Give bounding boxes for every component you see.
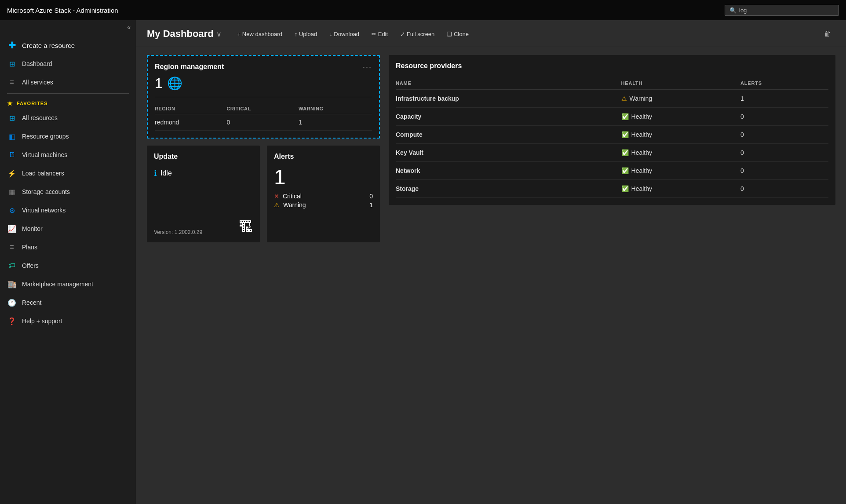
virtual-machines-icon: 🖥 [7,150,17,160]
region-count-row: 1 🌐 [155,75,372,97]
alerts-col-header: ALERTS [740,77,828,90]
globe-icon: 🌐 [167,76,182,91]
warning-value: 1 [299,114,372,131]
warning-icon: ⚠ [274,201,280,208]
clone-button[interactable]: ❏ Clone [441,28,474,40]
provider-alerts: 0 [740,180,828,198]
region-table: REGION CRITICAL WARNING redmond 0 1 [155,103,372,131]
dashboard-title: My Dashboard [147,28,214,40]
region-management-tile: Region management ··· 1 🌐 REGION CRITICA… [147,55,380,139]
download-button[interactable]: ↓ Download [324,28,365,40]
health-icon: ✅ [621,149,629,156]
search-bar[interactable]: 🔍 [725,5,839,16]
provider-health: ✅Healthy [621,144,741,162]
tile-header: Region management ··· [155,63,372,71]
sidebar-item-recent[interactable]: 🕐 Recent [0,293,136,312]
edit-button[interactable]: ✏ Edit [366,28,393,40]
critical-icon: ✕ [274,193,279,200]
dashboard-actions: + New dashboard ↑ Upload ↓ Download ✏ Ed… [232,27,835,40]
sidebar-label-virtual-machines: Virtual machines [22,151,67,158]
sidebar-label-dashboard: Dashboard [22,60,52,67]
sidebar-item-dashboard[interactable]: ⊞ Dashboard [0,55,136,73]
table-row[interactable]: Storage✅Healthy0 [396,180,828,198]
table-row[interactable]: Compute✅Healthy0 [396,126,828,144]
sidebar: « ✚ Create a resource ⊞ Dashboard ≡ All … [0,20,136,504]
provider-name: Infrastructure backup [396,90,621,108]
sidebar-item-marketplace-management[interactable]: 🏬 Marketplace management [0,275,136,293]
left-column: Region management ··· 1 🌐 REGION CRITICA… [147,55,380,495]
sidebar-label-recent: Recent [22,299,41,306]
sidebar-label-all-resources: All resources [22,114,58,121]
provider-alerts: 0 [740,162,828,180]
table-row[interactable]: Key Vault✅Healthy0 [396,144,828,162]
fullscreen-button[interactable]: ⤢ Full screen [395,28,440,40]
table-row[interactable]: Network✅Healthy0 [396,162,828,180]
dashboard-header: My Dashboard ∨ + New dashboard ↑ Upload … [136,20,846,46]
sidebar-item-storage-accounts[interactable]: ▦ Storage accounts [0,183,136,201]
sidebar-item-virtual-machines[interactable]: 🖥 Virtual machines [0,146,136,164]
provider-name: Network [396,162,621,180]
search-icon: 🔍 [729,7,737,14]
trash-icon: 🗑 [824,30,831,37]
sidebar-item-virtual-networks[interactable]: ⊛ Virtual networks [0,201,136,219]
health-icon: ✅ [621,185,629,192]
dashboard-content: Region management ··· 1 🌐 REGION CRITICA… [136,46,846,504]
warning-col-header: WARNING [299,103,372,114]
providers-table: NAME HEALTH ALERTS Infrastructure backup… [396,77,828,198]
provider-alerts: 0 [740,144,828,162]
plans-icon: ≡ [7,242,17,252]
warning-label: Warning [283,201,306,208]
new-dashboard-button[interactable]: + New dashboard [232,28,288,40]
critical-label: Critical [283,193,302,200]
provider-health: ✅Healthy [621,162,741,180]
sidebar-item-resource-groups[interactable]: ◧ Resource groups [0,127,136,146]
sidebar-label-resource-groups: Resource groups [22,133,69,140]
upload-button[interactable]: ↑ Upload [289,28,322,40]
sidebar-item-help-support[interactable]: ❓ Help + support [0,312,136,330]
sidebar-item-all-services[interactable]: ≡ All services [0,73,136,91]
app-title: Microsoft Azure Stack - Administration [7,7,725,14]
provider-name: Storage [396,180,621,198]
critical-value: 0 [226,114,299,131]
sidebar-collapse[interactable]: « [0,20,136,34]
offers-icon: 🏷 [7,261,17,270]
region-name: redmond [155,114,226,131]
version-text: Version: 1.2002.0.29 [154,229,202,235]
search-input[interactable] [739,7,827,14]
sidebar-item-monitor[interactable]: 📈 Monitor [0,219,136,238]
sidebar-item-plans[interactable]: ≡ Plans [0,238,136,256]
sidebar-label-help-support: Help + support [22,318,62,325]
topbar: Microsoft Azure Stack - Administration 🔍 [0,0,846,20]
alerts-tile-header: Alerts [274,153,373,161]
provider-name: Key Vault [396,144,621,162]
provider-name: Capacity [396,108,621,126]
sidebar-item-all-resources[interactable]: ⊞ All resources [0,109,136,127]
sidebar-label-storage-accounts: Storage accounts [22,188,70,195]
update-status-text: Idle [160,169,172,177]
update-info-icon: ℹ [154,168,157,178]
sidebar-label-offers: Offers [22,262,39,269]
marketplace-icon: 🏬 [7,279,17,289]
sidebar-item-load-balancers[interactable]: ⚡ Load balancers [0,164,136,183]
dashboard-chevron-icon[interactable]: ∨ [216,30,222,38]
sidebar-label-virtual-networks: Virtual networks [22,207,66,214]
favorites-label: FAVORITES [17,101,48,106]
warning-count: 1 [369,201,373,208]
update-status: ℹ Idle [154,168,253,178]
update-title: Update [154,153,178,161]
tile-menu-button[interactable]: ··· [363,63,372,71]
region-management-title: Region management [155,63,224,71]
all-services-icon: ≡ [7,77,17,87]
sidebar-item-offers[interactable]: 🏷 Offers [0,256,136,275]
delete-button[interactable]: 🗑 [820,27,835,40]
table-row[interactable]: Capacity✅Healthy0 [396,108,828,126]
update-tile-header: Update [154,153,253,161]
resource-providers-tile: Resource providers NAME HEALTH ALERTS In… [389,55,835,205]
table-row[interactable]: redmond 0 1 [155,114,372,131]
right-column: Resource providers NAME HEALTH ALERTS In… [389,55,835,495]
plus-icon: ✚ [7,40,17,50]
sidebar-item-create-resource[interactable]: ✚ Create a resource [0,34,136,55]
table-row[interactable]: Infrastructure backup⚠Warning1 [396,90,828,108]
resource-groups-icon: ◧ [7,131,17,141]
provider-name: Compute [396,126,621,144]
